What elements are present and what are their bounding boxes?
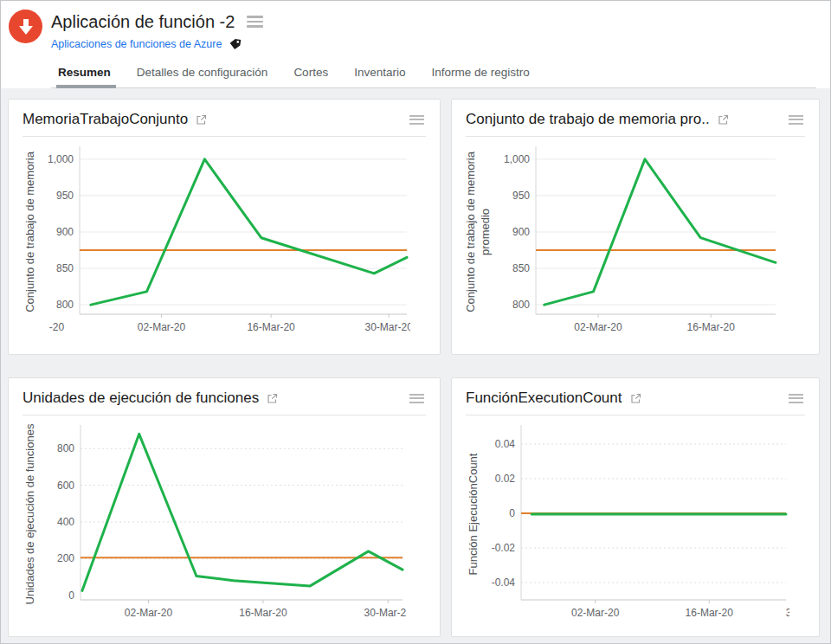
svg-text:02-Mar-20: 02-Mar-20 — [574, 321, 622, 333]
svg-text:950: 950 — [512, 190, 530, 202]
svg-text:02-Mar-20: 02-Mar-20 — [125, 607, 173, 619]
svg-text:Conjunto de trabajo de memoria: Conjunto de trabajo de memoria — [466, 151, 477, 312]
tag-icon[interactable] — [228, 37, 242, 51]
svg-text:850: 850 — [512, 262, 530, 274]
svg-text:02-Mar-20: 02-Mar-20 — [138, 321, 186, 333]
svg-text:600: 600 — [57, 480, 74, 492]
svg-text:0: 0 — [509, 507, 515, 519]
svg-text:400: 400 — [57, 516, 74, 528]
chart-title: Conjunto de trabajo de memoria pro.. — [466, 111, 710, 128]
svg-text:850: 850 — [56, 262, 74, 274]
svg-text:1,000: 1,000 — [504, 153, 530, 165]
line-chart[interactable]: 8008509009501,00002-Mar-2016-Mar-20Conju… — [466, 141, 805, 342]
app-window: Aplicación de función -2 Aplicaciones de… — [0, 0, 831, 644]
svg-text:Unidades de ejecución de funci: Unidades de ejecución de funciones — [23, 423, 36, 604]
svg-text:Conjunto de trabajo de memoria: Conjunto de trabajo de memoria — [23, 151, 36, 312]
chart-canvas[interactable]: 8008509009501,00002-Mar-2016-Mar-20Conju… — [452, 137, 819, 345]
svg-text:Función EjecuciónCount: Función EjecuciónCount — [467, 453, 480, 575]
svg-text:800: 800 — [56, 299, 74, 311]
external-link-icon[interactable] — [196, 114, 207, 126]
external-link-icon[interactable] — [630, 393, 641, 404]
tab-detalles-de-configuracion[interactable]: Detalles de configuración — [137, 60, 268, 87]
tab-resumen[interactable]: Resumen — [58, 60, 111, 87]
panel-menu-icon[interactable] — [787, 113, 805, 126]
svg-text:-0.04: -0.04 — [492, 576, 516, 589]
svg-text:16-Mar-20: 16-Mar-20 — [687, 321, 736, 333]
panel-menu-icon[interactable] — [787, 392, 805, 405]
svg-text:16-Mar-20: 16-Mar-20 — [247, 321, 295, 333]
chart-panel-unidades-ejecucion: Unidades de ejecución de funciones 02004… — [8, 377, 441, 637]
svg-text:02-Mar-20: 02-Mar-20 — [571, 607, 620, 619]
svg-text:30-Mar-20: 30-Mar-20 — [365, 321, 414, 333]
tab-informe-de-registro[interactable]: Informe de registro — [431, 60, 529, 87]
external-link-icon[interactable] — [718, 114, 729, 126]
tab-bar: Resumen Detalles de configuración Cortes… — [51, 60, 816, 88]
panel-menu-icon[interactable] — [408, 392, 426, 405]
chart-panel-funcion-execution-count: FunciónExecutionCount -0.04-0.0200.020.0… — [451, 377, 820, 637]
chart-title: MemoriaTrabajoConjunto — [23, 111, 188, 128]
title-menu-icon[interactable] — [245, 14, 265, 29]
tab-inventario[interactable]: Inventario — [354, 60, 405, 87]
page-title: Aplicación de función -2 — [51, 10, 235, 34]
chart-title: Unidades de ejecución de funciones — [23, 390, 259, 407]
page-header: Aplicación de función -2 Aplicaciones de… — [1, 1, 830, 88]
panel-menu-icon[interactable] — [408, 113, 426, 126]
svg-text:-20: -20 — [49, 321, 65, 333]
external-link-icon[interactable] — [267, 393, 278, 404]
breadcrumb-link[interactable]: Aplicaciones de funciones de Azure — [51, 38, 222, 50]
svg-text:-0.02: -0.02 — [492, 542, 516, 554]
svg-text:200: 200 — [57, 552, 74, 564]
chart-canvas[interactable]: -0.04-0.0200.020.0402-Mar-2016-Mar-2030-… — [452, 415, 819, 631]
svg-text:30-Mar-20: 30-Mar-20 — [786, 607, 805, 619]
svg-text:0.04: 0.04 — [495, 438, 516, 450]
chart-title: FunciónExecutionCount — [466, 390, 622, 407]
svg-text:30-Mar-20: 30-Mar-20 — [364, 607, 413, 619]
svg-text:950: 950 — [56, 190, 74, 202]
svg-text:16-Mar-20: 16-Mar-20 — [686, 607, 734, 619]
svg-text:16-Mar-20: 16-Mar-20 — [239, 607, 287, 619]
line-chart[interactable]: -0.04-0.0200.020.0402-Mar-2016-Mar-2030-… — [466, 420, 805, 628]
line-chart[interactable]: 020040060080002-Mar-2016-Mar-2030-Mar-20… — [23, 420, 426, 628]
chart-panel-memoria-promedio: Conjunto de trabajo de memoria pro.. 800… — [451, 99, 820, 355]
svg-text:900: 900 — [512, 226, 530, 238]
svg-text:800: 800 — [512, 299, 530, 311]
line-chart[interactable]: 8008509009501,000-2002-Mar-2016-Mar-2030… — [23, 141, 426, 342]
download-arrow-icon — [9, 10, 42, 43]
svg-text:0: 0 — [68, 589, 74, 602]
chart-canvas[interactable]: 020040060080002-Mar-2016-Mar-2030-Mar-20… — [9, 415, 440, 631]
svg-text:900: 900 — [56, 226, 74, 238]
svg-text:1,000: 1,000 — [48, 153, 74, 165]
dashboard-content: MemoriaTrabajoConjunto 8008509009501,000… — [1, 88, 830, 644]
chart-panel-memoria-trabajo-conjunto: MemoriaTrabajoConjunto 8008509009501,000… — [8, 99, 441, 355]
svg-text:800: 800 — [57, 442, 74, 454]
svg-text:promedio: promedio — [479, 209, 492, 255]
chart-canvas[interactable]: 8008509009501,000-2002-Mar-2016-Mar-2030… — [9, 137, 440, 345]
svg-text:0.02: 0.02 — [495, 473, 516, 485]
tab-cortes[interactable]: Cortes — [293, 60, 328, 87]
